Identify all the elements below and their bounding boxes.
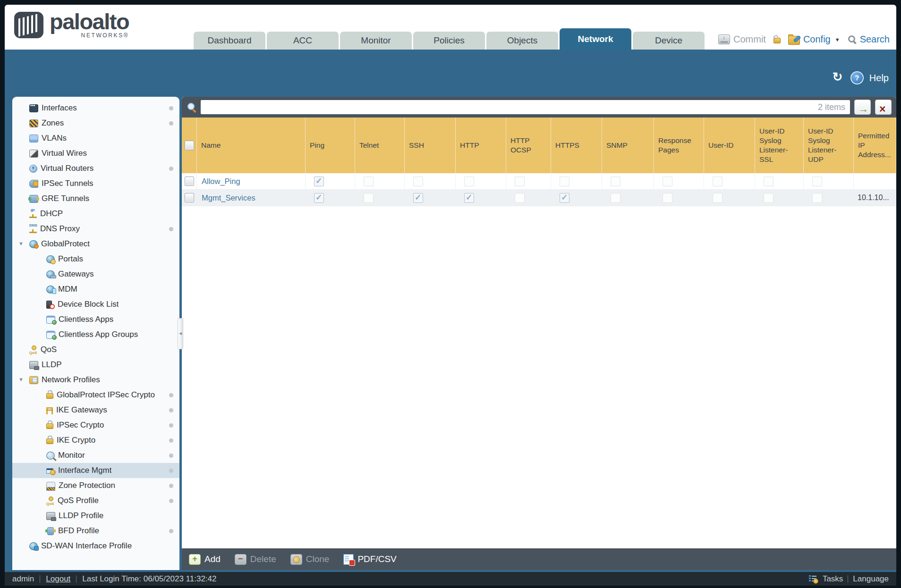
sidebar-item-zone-protection[interactable]: Zone Protection xyxy=(12,478,179,493)
sidebar-item-globalprotect-ipsec-crypto[interactable]: GlobalProtect IPSec Crypto xyxy=(12,387,179,403)
qos-profile-icon xyxy=(46,497,54,504)
device-block-list-icon xyxy=(46,301,52,309)
service-cell-user-id-syslog-listener-udp xyxy=(804,190,854,206)
sidebar-item-virtual-routers[interactable]: Virtual Routers xyxy=(12,161,179,176)
sidebar-item-label: Virtual Routers xyxy=(41,164,94,173)
collapse-triangle-icon[interactable] xyxy=(18,241,24,246)
column-header-ping: Ping xyxy=(306,118,355,173)
sidebar-item-lldp[interactable]: LLDP xyxy=(12,357,179,372)
sidebar-item-portals[interactable]: Portals xyxy=(12,252,179,267)
portals-icon xyxy=(46,255,55,263)
row-select-checkbox[interactable] xyxy=(185,193,194,202)
service-cell-http xyxy=(456,190,506,206)
profile-name-link[interactable]: Mgmt_Services xyxy=(197,193,255,202)
commit-button[interactable]: Commit xyxy=(718,34,766,45)
sidebar-item-zones[interactable]: Zones xyxy=(12,116,179,131)
service-cell-user-id xyxy=(704,190,755,206)
add-button[interactable]: Add xyxy=(189,554,221,565)
collapse-triangle-icon[interactable] xyxy=(18,377,24,382)
sidebar-item-gateways[interactable]: Gateways xyxy=(12,267,179,282)
pdf-csv-button[interactable]: PDF/CSV xyxy=(343,554,396,565)
column-header-permitted-ip-address: Permitted IP Address... xyxy=(854,118,896,173)
clear-filter-button[interactable] xyxy=(875,100,892,115)
language-link[interactable]: Language xyxy=(853,574,889,584)
paloalto-logo: paloalto NETWORKS® xyxy=(14,11,129,39)
top-header: paloalto NETWORKS® DashboardACCMonitorPo… xyxy=(5,5,896,50)
sidebar-item-bfd-profile[interactable]: BFD Profile xyxy=(12,523,179,538)
logged-in-user: admin xyxy=(12,574,34,584)
sidebar-item-monitor[interactable]: Monitor xyxy=(12,448,179,463)
clone-button[interactable]: Clone xyxy=(290,554,330,565)
sidebar-item-clientless-apps[interactable]: Clientless Apps xyxy=(12,312,179,327)
delete-button[interactable]: Delete xyxy=(235,554,276,565)
commit-icon xyxy=(718,34,730,44)
sidebar-item-ipsec-tunnels[interactable]: IPSec Tunnels xyxy=(12,176,179,191)
item-dot-indicator xyxy=(169,469,173,473)
sidebar-item-dns-proxy[interactable]: DNS Proxy xyxy=(12,221,179,236)
gre-tunnels-icon xyxy=(29,195,38,203)
sidebar-item-ike-gateways[interactable]: IKE Gateways xyxy=(12,403,179,418)
logo-brand: paloalto xyxy=(50,11,129,32)
items-count: 2 items xyxy=(818,102,845,112)
sidebar-item-sd-wan-interface-profile[interactable]: SD-WAN Interface Profile xyxy=(12,538,179,554)
name-cell: Mgmt_Services xyxy=(197,190,306,206)
tab-dashboard[interactable]: Dashboard xyxy=(194,32,265,50)
tasks-icon xyxy=(809,575,818,583)
unchecked-checkbox xyxy=(464,176,474,186)
select-all-checkbox[interactable] xyxy=(185,141,194,150)
sidebar-item-ipsec-crypto[interactable]: IPSec Crypto xyxy=(12,418,179,433)
help-label[interactable]: Help xyxy=(869,73,889,84)
sidebar-item-mdm[interactable]: MDM xyxy=(12,282,179,297)
config-button[interactable]: Config ▼ xyxy=(788,34,840,45)
tab-policies[interactable]: Policies xyxy=(413,32,485,50)
sidebar-item-gre-tunnels[interactable]: GRE Tunnels xyxy=(12,191,179,206)
tab-monitor[interactable]: Monitor xyxy=(340,32,412,50)
logout-link[interactable]: Logout xyxy=(46,574,70,584)
sidebar-item-qos-profile[interactable]: QoS Profile xyxy=(12,493,179,508)
sidebar-item-interface-mgmt[interactable]: Interface Mgmt xyxy=(12,463,179,478)
interfaces-icon xyxy=(29,104,38,112)
sidebar-collapse-handle[interactable] xyxy=(178,318,183,349)
sidebar-item-clientless-app-groups[interactable]: Clientless App Groups xyxy=(12,327,179,342)
tab-acc[interactable]: ACC xyxy=(267,32,339,50)
sidebar-item-qos[interactable]: QoS xyxy=(12,342,179,357)
sidebar-item-label: Clientless Apps xyxy=(59,315,113,324)
last-login-time: Last Login Time: 06/05/2023 11:32:42 xyxy=(82,574,216,584)
tab-network[interactable]: Network xyxy=(560,28,631,50)
sidebar-item-label: BFD Profile xyxy=(58,526,99,536)
tab-objects[interactable]: Objects xyxy=(486,32,558,50)
apply-filter-button[interactable] xyxy=(854,100,871,115)
column-header-name[interactable]: Name xyxy=(197,118,306,173)
filter-input[interactable] xyxy=(201,100,850,114)
ike-crypto-icon xyxy=(46,438,53,444)
unlock-icon[interactable] xyxy=(774,38,781,43)
service-cell-user-id xyxy=(704,173,755,189)
sidebar-item-lldp-profile[interactable]: LLDP Profile xyxy=(12,508,179,523)
sidebar-item-label: Gateways xyxy=(58,269,94,279)
sidebar-item-globalprotect[interactable]: GlobalProtect xyxy=(12,236,179,252)
row-select-checkbox[interactable] xyxy=(185,176,194,186)
search-button[interactable]: Search xyxy=(848,34,890,45)
tasks-link[interactable]: Tasks xyxy=(823,574,843,584)
tab-device[interactable]: Device xyxy=(633,32,705,50)
sidebar-item-device-block-list[interactable]: Device Block List xyxy=(12,297,179,312)
sidebar-item-label: Device Block List xyxy=(58,300,119,309)
sidebar-item-network-profiles[interactable]: Network Profiles xyxy=(12,372,179,387)
sidebar-item-dhcp[interactable]: DHCP xyxy=(12,206,179,221)
refresh-icon[interactable] xyxy=(833,72,845,84)
sidebar-item-virtual-wires[interactable]: Virtual Wires xyxy=(12,146,179,161)
profile-name-link[interactable]: Allow_Ping xyxy=(197,177,240,186)
sidebar-item-ike-crypto[interactable]: IKE Crypto xyxy=(12,433,179,448)
sidebar-item-vlans[interactable]: VLANs xyxy=(12,131,179,146)
service-cell-response-pages xyxy=(654,190,704,206)
ike-gateways-icon xyxy=(46,407,53,414)
unchecked-checkbox xyxy=(812,176,822,186)
help-icon[interactable] xyxy=(850,71,864,84)
item-dot-indicator xyxy=(169,499,173,503)
column-header-response-pages: Response Pages xyxy=(654,118,704,173)
sidebar-item-label: Virtual Wires xyxy=(42,149,87,158)
sidebar-item-interfaces[interactable]: Interfaces xyxy=(12,101,179,116)
sidebar-item-label: IPSec Crypto xyxy=(57,420,104,430)
sidebar-item-label: QoS Profile xyxy=(58,496,99,505)
unchecked-checkbox xyxy=(364,193,374,203)
